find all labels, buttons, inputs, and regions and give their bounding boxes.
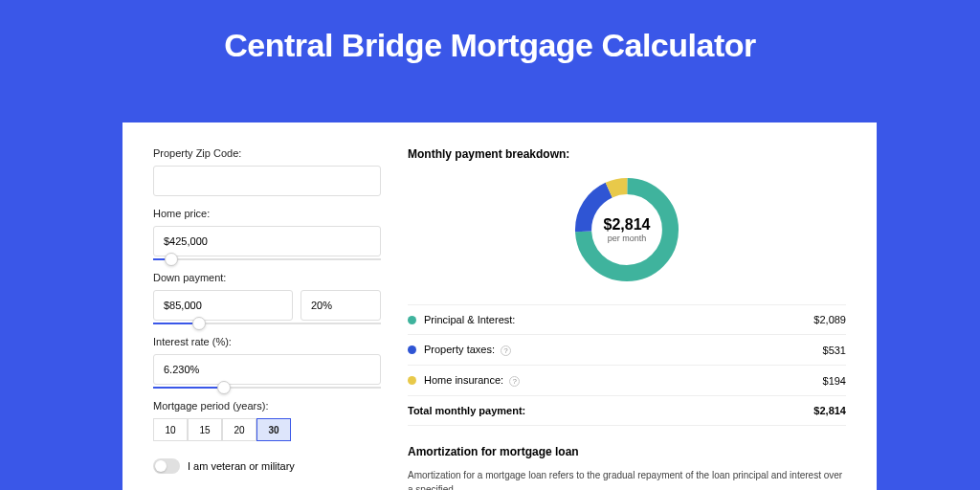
mortgage-period-option[interactable]: 20 <box>222 418 256 441</box>
breakdown-total-row: Total monthly payment:$2,814 <box>408 396 846 426</box>
help-icon[interactable]: ? <box>509 376 520 387</box>
calculator-card: Property Zip Code: Home price: Down paym… <box>122 122 877 490</box>
down-payment-input[interactable] <box>153 290 293 321</box>
breakdown-item: Principal & Interest:$2,089 <box>408 305 846 335</box>
help-icon[interactable]: ? <box>501 345 511 356</box>
mortgage-period-option[interactable]: 10 <box>153 418 188 441</box>
breakdown-item: Home insurance:?$194 <box>408 366 846 396</box>
home-price-label: Home price: <box>153 208 381 219</box>
donut-chart: $2,814 per month <box>569 172 684 287</box>
interest-rate-slider-fill <box>153 387 224 389</box>
breakdown-item-label: Property taxes:? <box>424 344 823 356</box>
legend-dot-icon <box>408 376 416 385</box>
down-payment-slider-thumb[interactable] <box>192 317 206 330</box>
zip-input[interactable] <box>153 166 381 196</box>
breakdown-item-label: Principal & Interest: <box>424 314 813 325</box>
donut-sub: per month <box>608 234 647 243</box>
breakdown-column: Monthly payment breakdown: $2,814 per mo… <box>408 147 846 490</box>
donut-amount: $2,814 <box>604 216 651 234</box>
interest-rate-slider-thumb[interactable] <box>217 381 231 394</box>
amortization-paragraph: Amortization for a mortgage loan refers … <box>408 468 846 490</box>
breakdown-total-label: Total monthly payment: <box>408 405 813 416</box>
veteran-row: I am veteran or military <box>153 458 381 474</box>
veteran-label: I am veteran or military <box>188 460 295 472</box>
interest-rate-label: Interest rate (%): <box>153 336 381 347</box>
mortgage-period-field: Mortgage period (years): 10152030 <box>153 400 381 441</box>
interest-rate-slider[interactable] <box>153 387 381 389</box>
interest-rate-input[interactable] <box>153 354 381 385</box>
mortgage-period-option[interactable]: 30 <box>256 418 291 441</box>
zip-label: Property Zip Code: <box>153 147 381 159</box>
breakdown-total-value: $2,814 <box>813 405 846 416</box>
mortgage-period-segmented: 10152030 <box>153 418 381 441</box>
down-payment-pct-input[interactable] <box>301 290 381 321</box>
breakdown-heading: Monthly payment breakdown: <box>408 147 846 161</box>
breakdown-item-value: $2,089 <box>813 314 846 325</box>
mortgage-period-label: Mortgage period (years): <box>153 400 381 412</box>
home-price-slider[interactable] <box>153 258 381 260</box>
home-price-slider-thumb[interactable] <box>165 253 178 266</box>
home-price-input[interactable] <box>153 226 381 256</box>
legend-dot-icon <box>408 345 416 354</box>
down-payment-slider[interactable] <box>153 323 381 324</box>
page-title: Central Bridge Mortgage Calculator <box>0 0 980 81</box>
donut-center: $2,814 per month <box>569 172 684 287</box>
home-price-field: Home price: <box>153 208 381 260</box>
breakdown-item-label: Home insurance:? <box>424 374 823 387</box>
mortgage-period-option[interactable]: 15 <box>188 418 222 441</box>
amortization-heading: Amortization for mortgage loan <box>408 445 846 458</box>
breakdown-item: Property taxes:?$531 <box>408 335 846 366</box>
down-payment-label: Down payment: <box>153 272 381 283</box>
inputs-column: Property Zip Code: Home price: Down paym… <box>153 147 381 490</box>
zip-field: Property Zip Code: <box>153 147 381 196</box>
breakdown-item-value: $531 <box>823 345 846 356</box>
breakdown-list: Principal & Interest:$2,089Property taxe… <box>408 304 846 426</box>
legend-dot-icon <box>408 316 416 324</box>
down-payment-field: Down payment: <box>153 272 381 324</box>
breakdown-item-value: $194 <box>823 375 846 387</box>
interest-rate-field: Interest rate (%): <box>153 336 381 389</box>
veteran-toggle[interactable] <box>153 458 180 474</box>
